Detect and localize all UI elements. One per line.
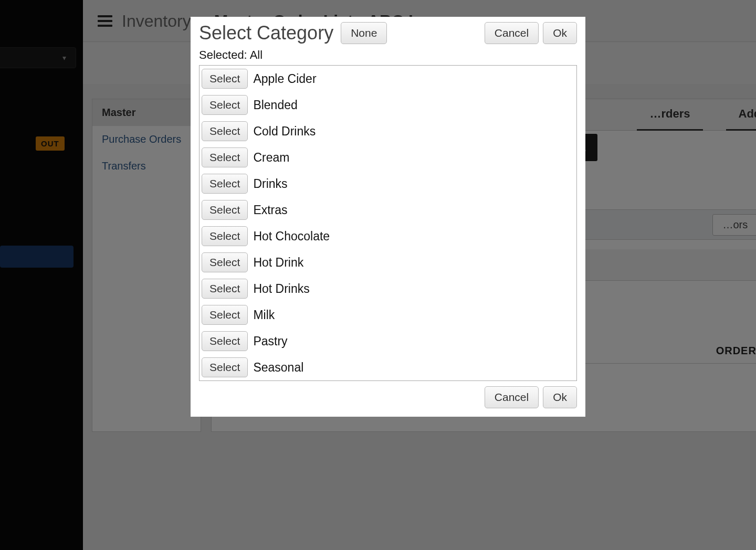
category-row: SelectSeasonal xyxy=(200,354,576,380)
category-name: Milk xyxy=(253,308,275,322)
category-row: SelectHot Chocolate xyxy=(200,223,576,249)
category-name: Drinks xyxy=(253,177,287,191)
selected-prefix: Selected: xyxy=(199,48,250,61)
category-row: SelectMilk xyxy=(200,302,576,328)
selected-value: All xyxy=(250,48,262,61)
ok-button-top[interactable]: Ok xyxy=(543,22,577,44)
select-category-button[interactable]: Select xyxy=(202,95,248,115)
category-name: Hot Drink xyxy=(253,256,303,270)
category-name: Cream xyxy=(253,151,289,165)
modal-header: Select Category None Cancel Ok xyxy=(199,22,577,44)
category-name: Hot Chocolate xyxy=(253,229,330,244)
selected-summary: Selected: All xyxy=(199,48,577,62)
select-category-button[interactable]: Select xyxy=(202,331,248,351)
select-category-button[interactable]: Select xyxy=(202,121,248,141)
modal-footer: Cancel Ok xyxy=(199,386,577,408)
category-name: Hot Drinks xyxy=(253,282,309,296)
select-category-button[interactable]: Select xyxy=(202,279,248,299)
select-category-button[interactable]: Select xyxy=(202,357,248,377)
select-category-button[interactable]: Select xyxy=(202,252,248,272)
category-name: Pastry xyxy=(253,334,287,348)
category-row: SelectDrinks xyxy=(200,171,576,197)
ok-button-bottom[interactable]: Ok xyxy=(543,386,577,408)
category-list: SelectApple CiderSelectBlendedSelectCold… xyxy=(199,65,577,381)
select-category-modal: Select Category None Cancel Ok Selected:… xyxy=(191,17,585,417)
select-category-button[interactable]: Select xyxy=(202,174,248,194)
category-name: Apple Cider xyxy=(253,72,316,86)
category-row: SelectCream xyxy=(200,144,576,171)
cancel-button-bottom[interactable]: Cancel xyxy=(485,386,539,408)
category-name: Blended xyxy=(253,98,297,112)
category-row: SelectExtras xyxy=(200,197,576,223)
select-category-button[interactable]: Select xyxy=(202,200,248,220)
category-row: SelectCold Drinks xyxy=(200,118,576,144)
category-row: SelectPastry xyxy=(200,328,576,354)
select-category-button[interactable]: Select xyxy=(202,69,248,89)
category-name: Seasonal xyxy=(253,361,303,375)
select-category-button[interactable]: Select xyxy=(202,147,248,167)
modal-title: Select Category xyxy=(199,22,333,44)
select-category-button[interactable]: Select xyxy=(202,226,248,246)
select-category-button[interactable]: Select xyxy=(202,305,248,325)
category-row: SelectApple Cider xyxy=(200,66,576,92)
cancel-button-top[interactable]: Cancel xyxy=(485,22,539,44)
category-row: SelectHot Drinks xyxy=(200,276,576,302)
category-row: SelectHot Drink xyxy=(200,249,576,276)
category-name: Extras xyxy=(253,203,287,217)
category-row: SelectBlended xyxy=(200,92,576,118)
none-button[interactable]: None xyxy=(341,22,387,44)
category-name: Cold Drinks xyxy=(253,124,316,139)
